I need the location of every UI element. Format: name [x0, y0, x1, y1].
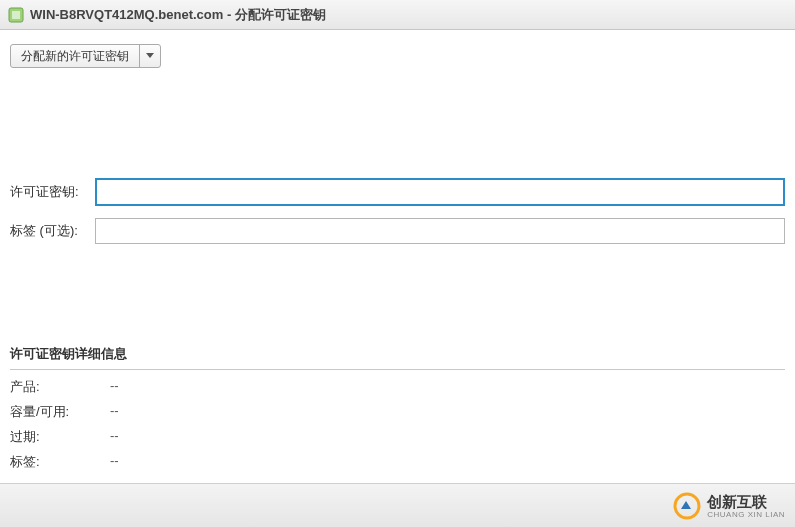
host-icon	[8, 7, 24, 23]
details-section: 许可证密钥详细信息 产品: -- 容量/可用: -- 过期: -- 标签: --	[0, 345, 795, 478]
chevron-down-icon	[146, 52, 154, 60]
window-title: WIN-B8RVQT412MQ.benet.com - 分配许可证密钥	[30, 6, 326, 24]
details-header: 许可证密钥详细信息	[10, 345, 785, 370]
details-row-product: 产品: --	[10, 378, 785, 396]
svg-rect-1	[12, 11, 20, 19]
details-row-tag: 标签: --	[10, 453, 785, 471]
assign-new-key-dropdown[interactable]	[140, 45, 160, 67]
window-title-host: WIN-B8RVQT412MQ.benet.com	[30, 7, 223, 22]
tag-optional-label: 标签 (可选):	[10, 222, 95, 240]
tag-optional-input[interactable]	[95, 218, 785, 244]
window-titlebar: WIN-B8RVQT412MQ.benet.com - 分配许可证密钥	[0, 0, 795, 30]
license-key-label: 许可证密钥:	[10, 183, 95, 201]
details-label-capacity: 容量/可用:	[10, 403, 110, 421]
bottom-bar: 创新互联 CHUANG XIN LIAN	[0, 483, 795, 527]
assign-new-key-button-label[interactable]: 分配新的许可证密钥	[11, 45, 140, 67]
details-row-expire: 过期: --	[10, 428, 785, 446]
details-value-tag: --	[110, 453, 119, 471]
details-value-capacity: --	[110, 403, 119, 421]
window-title-sep: -	[223, 7, 235, 22]
brand-icon	[673, 492, 701, 520]
brand: 创新互联 CHUANG XIN LIAN	[673, 492, 785, 520]
details-value-product: --	[110, 378, 119, 396]
details-value-expire: --	[110, 428, 119, 446]
tag-optional-row: 标签 (可选):	[10, 218, 785, 244]
brand-sub: CHUANG XIN LIAN	[707, 510, 785, 519]
license-key-row: 许可证密钥:	[10, 178, 785, 206]
license-key-input[interactable]	[95, 178, 785, 206]
assign-new-key-button[interactable]: 分配新的许可证密钥	[10, 44, 161, 68]
details-label-expire: 过期:	[10, 428, 110, 446]
toolbar: 分配新的许可证密钥	[0, 30, 795, 78]
details-label-tag: 标签:	[10, 453, 110, 471]
window-title-page: 分配许可证密钥	[235, 7, 326, 22]
details-label-product: 产品:	[10, 378, 110, 396]
form-area: 许可证密钥: 标签 (可选):	[0, 78, 795, 244]
details-row-capacity: 容量/可用: --	[10, 403, 785, 421]
